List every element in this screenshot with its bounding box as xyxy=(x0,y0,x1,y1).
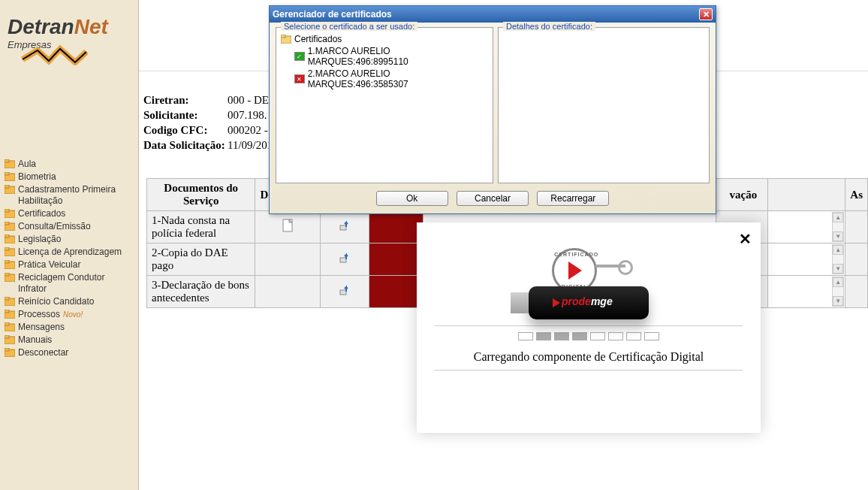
svg-rect-17 xyxy=(5,273,9,276)
scroll-up-icon[interactable]: ▲ xyxy=(833,277,843,287)
pending-cell xyxy=(369,276,423,308)
novo-badge: Novo! xyxy=(63,309,83,320)
folder-icon xyxy=(5,348,15,357)
cert-item-1[interactable]: ✓ 1.MARCO AURELIO MARQUES:496:8995110 xyxy=(281,46,488,67)
folder-icon xyxy=(5,247,15,256)
as-cell xyxy=(845,211,868,243)
svg-rect-19 xyxy=(5,297,9,300)
document-icon xyxy=(282,219,293,232)
upload-cell[interactable] xyxy=(320,243,369,276)
sidebar-item-label: Consulta/Emissão xyxy=(18,221,91,232)
obs-cell[interactable]: ▲▼ xyxy=(768,211,845,243)
cert-item-2[interactable]: ✕ 2.MARCO AURELIO MARQUES:496:3585307 xyxy=(281,68,488,89)
sidebar: DetranNet Empresas AulaBiometriaCadastra… xyxy=(0,0,139,490)
value-solicitante: 007.198. xyxy=(228,109,267,122)
logo-part2: Net xyxy=(74,15,108,38)
sidebar-item-label: Certificados xyxy=(18,208,65,219)
cert-root-label: Certificados xyxy=(294,34,342,44)
sidebar-item-certificados[interactable]: Certificados xyxy=(5,207,134,220)
sidebar-item-biometria[interactable]: Biometria xyxy=(5,171,134,183)
dialog-titlebar[interactable]: Gerenciador de certificados ✕ xyxy=(270,6,716,23)
svg-rect-7 xyxy=(5,209,9,212)
svg-rect-33 xyxy=(281,35,285,38)
usb-drive-icon: prodemge xyxy=(529,286,649,319)
close-icon[interactable]: ✕ xyxy=(739,230,752,248)
svg-rect-3 xyxy=(5,172,9,175)
sidebar-item-label: Desconectar xyxy=(18,347,68,358)
scroll-down-icon[interactable]: ▼ xyxy=(833,296,843,306)
svg-rect-21 xyxy=(5,310,9,313)
cancelar-button[interactable]: Cancelar xyxy=(457,191,529,206)
th-vacao: vação xyxy=(716,179,768,211)
pending-cell xyxy=(369,243,423,276)
pending-cell xyxy=(369,211,423,243)
svg-rect-15 xyxy=(5,260,9,263)
dialog-title: Gerenciador de certificados xyxy=(273,9,392,20)
ok-button[interactable]: Ok xyxy=(376,191,448,206)
upload-icon xyxy=(339,284,351,296)
obs-cell[interactable]: ▲▼ xyxy=(768,243,845,276)
scroll-down-icon[interactable]: ▼ xyxy=(833,264,843,274)
folder-icon xyxy=(5,209,15,218)
folder-icon xyxy=(5,273,15,282)
sidebar-item-legisla-o[interactable]: Legislação xyxy=(5,233,134,246)
scroll-down-icon[interactable]: ▼ xyxy=(833,231,843,241)
usb-prode: prode xyxy=(562,295,591,307)
folder-icon xyxy=(5,260,15,269)
as-cell xyxy=(845,276,868,308)
doc-icon-cell[interactable] xyxy=(255,211,320,243)
scrollbar[interactable]: ▲▼ xyxy=(832,277,844,307)
sidebar-item-rein-cio-candidato[interactable]: Reinício Candidato xyxy=(5,295,134,308)
cert-valid-icon: ✓ xyxy=(294,52,305,61)
recarregar-button[interactable]: Recarregar xyxy=(537,191,609,206)
logo-zigzag-icon xyxy=(8,44,131,68)
folder-icon xyxy=(5,172,15,181)
sidebar-item-cadastramento-primeira-habilita-o[interactable]: Cadastramento Primeira Habilitação xyxy=(5,183,134,207)
folder-icon xyxy=(281,35,291,44)
value-ciretran: 000 - DE xyxy=(228,94,269,107)
sidebar-item-label: Manuais xyxy=(18,334,52,346)
sidebar-item-label: Aula xyxy=(18,159,36,170)
folder-icon xyxy=(5,310,15,319)
cert-tree-title: Selecione o certificado a ser usado: xyxy=(281,22,417,31)
cert-tree-root[interactable]: Certificados xyxy=(281,34,488,44)
sidebar-item-label: Cadastramento Primeira Habilitação xyxy=(18,184,134,207)
sidebar-item-label: Prática Veicular xyxy=(18,259,80,271)
svg-rect-25 xyxy=(5,335,9,338)
svg-rect-29 xyxy=(340,225,346,230)
menu: AulaBiometriaCadastramento Primeira Habi… xyxy=(0,158,138,359)
sidebar-item-mensagens[interactable]: Mensagens xyxy=(5,321,134,334)
folder-icon xyxy=(5,297,15,306)
cert-details-title: Detalhes do certificado: xyxy=(503,22,595,31)
scrollbar[interactable]: ▲▼ xyxy=(832,244,844,274)
svg-rect-9 xyxy=(5,222,9,225)
scroll-up-icon[interactable]: ▲ xyxy=(833,213,843,222)
progress-indicator xyxy=(417,332,761,343)
sidebar-item-processos[interactable]: ProcessosNovo! xyxy=(5,308,134,321)
doc-icon-cell[interactable] xyxy=(255,243,320,276)
usb-mge: mge xyxy=(591,295,613,307)
sidebar-item-consulta-emiss-o[interactable]: Consulta/Emissão xyxy=(5,220,134,233)
upload-cell[interactable] xyxy=(320,276,369,308)
scroll-up-icon[interactable]: ▲ xyxy=(833,245,843,255)
sidebar-item-pr-tica-veicular[interactable]: Prática Veicular xyxy=(5,259,134,271)
sidebar-item-label: Mensagens xyxy=(18,322,65,333)
sidebar-item-licen-a-de-aprendizagem[interactable]: Licença de Aprendizagem xyxy=(5,246,134,259)
th-obs xyxy=(768,179,845,211)
doc-icon-cell[interactable] xyxy=(255,276,320,308)
dialog-close-button[interactable]: ✕ xyxy=(699,8,713,20)
obs-cell[interactable]: ▲▼ xyxy=(768,276,845,308)
label-codigo: Codigo CFC: xyxy=(143,124,228,137)
folder-icon xyxy=(5,322,15,331)
cert-tree: Certificados ✓ 1.MARCO AURELIO MARQUES:4… xyxy=(276,28,493,95)
sidebar-item-manuais[interactable]: Manuais xyxy=(5,334,134,346)
key-icon xyxy=(595,265,625,268)
upload-cell[interactable] xyxy=(320,211,369,243)
svg-rect-1 xyxy=(5,159,9,162)
sidebar-item-aula[interactable]: Aula xyxy=(5,158,134,171)
sidebar-item-reciclagem-condutor-infrator[interactable]: Reciclagem Condutor Infrator xyxy=(5,271,134,295)
scrollbar[interactable]: ▲▼ xyxy=(832,212,844,242)
sidebar-item-desconectar[interactable]: Desconectar xyxy=(5,346,134,359)
doc-name-cell: 2-Copia do DAE pago xyxy=(147,243,255,276)
sidebar-item-label: Licença de Aprendizagem xyxy=(18,247,122,258)
